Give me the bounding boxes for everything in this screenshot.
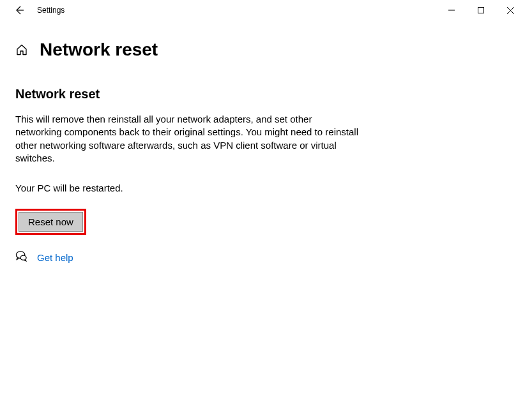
reset-now-button[interactable]: Reset now <box>19 212 83 232</box>
home-icon <box>15 43 28 56</box>
arrow-left-icon <box>14 5 24 15</box>
chat-help-icon <box>15 250 27 264</box>
back-button[interactable] <box>11 3 27 18</box>
description-text: This will remove then reinstall all your… <box>15 113 360 165</box>
window-controls <box>437 0 525 20</box>
close-button[interactable] <box>496 0 525 20</box>
home-button[interactable] <box>15 43 28 56</box>
minimize-button[interactable] <box>437 0 466 20</box>
restart-note: Your PC will be restarted. <box>15 183 383 193</box>
maximize-icon <box>478 7 484 13</box>
close-icon <box>507 7 514 14</box>
page-title: Network reset <box>40 40 158 60</box>
main-content: Network reset This will remove then rein… <box>0 60 383 264</box>
page-header: Network reset <box>0 40 525 60</box>
get-help-link[interactable]: Get help <box>37 252 73 263</box>
minimize-icon <box>448 7 455 13</box>
maximize-button[interactable] <box>466 0 496 20</box>
titlebar: Settings <box>0 0 525 20</box>
highlight-box: Reset now <box>15 209 86 235</box>
app-title: Settings <box>37 6 65 15</box>
help-row: Get help <box>15 250 383 264</box>
section-title: Network reset <box>15 87 383 101</box>
svg-rect-1 <box>478 8 484 13</box>
